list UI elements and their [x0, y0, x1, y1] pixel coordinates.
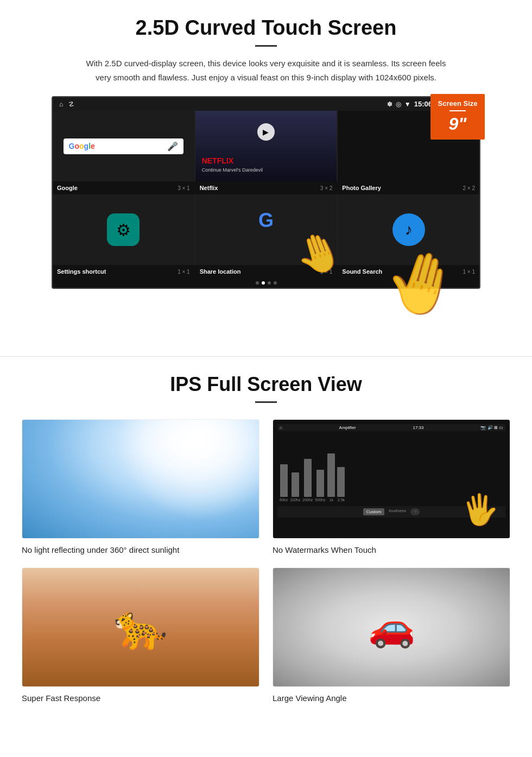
cheetah-visual: 🐆 — [22, 568, 259, 686]
dot-3 — [268, 281, 271, 285]
google-app-cell[interactable]: Google 🎤 — [53, 111, 194, 181]
google-label-name: Google — [57, 185, 78, 191]
gallery-label: Photo Gallery 2 × 2 — [338, 181, 479, 194]
gallery-label-size: 2 × 2 — [463, 185, 475, 191]
netflix-cell-inner: ▶ NETFLIX Continue Marvel's Daredevil — [195, 111, 337, 181]
eq-bar-group-1: 60hz — [280, 464, 288, 502]
home-icon: ⌂ — [59, 100, 63, 108]
sound-label-size: 1 × 1 — [463, 269, 475, 275]
eq-hand-icon: 🖐 — [460, 490, 500, 529]
settings-label: Settings shortcut 1 × 1 — [53, 265, 194, 278]
usb-icon: ☡ — [68, 100, 74, 108]
netflix-app-cell[interactable]: ▶ NETFLIX Continue Marvel's Daredevil — [195, 111, 337, 181]
eq-loudness-label: loudness — [389, 508, 406, 515]
maps-icon: G — [251, 205, 281, 235]
eq-label-3: 200hz — [302, 498, 313, 502]
google-label-size: 3 × 1 — [178, 185, 190, 191]
eq-bar-1 — [280, 464, 288, 497]
cheetah-emoji: 🐆 — [113, 602, 168, 653]
status-bar-left: ⌂ ☡ — [59, 100, 74, 108]
sunlight-visual — [22, 420, 259, 538]
eq-icons: 📷 🔊 ⊠ ▭ — [480, 425, 503, 430]
eq-bar-group-5: 1k — [327, 453, 335, 502]
feature-image-cheetah: 🐆 — [22, 567, 259, 687]
netflix-logo: NETFLIX — [202, 156, 233, 165]
feature-sunlight: No light reflecting under 360° direct su… — [22, 419, 259, 554]
settings-gear-icon: ⚙ — [116, 220, 131, 239]
gallery-label-name: Photo Gallery — [342, 185, 381, 191]
eq-custom-btn: Custom — [363, 508, 385, 515]
feature-image-sunlight — [22, 419, 259, 539]
section1-title: 2.5D Curved Touch Screen — [33, 16, 499, 40]
netflix-label-name: Netflix — [200, 185, 218, 191]
netflix-label: Netflix 3 × 2 — [195, 181, 337, 194]
settings-label-name: Settings shortcut — [57, 268, 106, 275]
app-grid-top: Google 🎤 ▶ NETFLIX Continue Marvel — [53, 111, 479, 181]
app-label-row-1: Google 3 × 1 Netflix 3 × 2 Photo Gallery… — [53, 181, 479, 194]
section-divider — [0, 356, 532, 357]
maps-cell-inner: G 🤚 — [195, 194, 337, 265]
badge-divider — [449, 110, 466, 111]
feature-grid: No light reflecting under 360° direct su… — [22, 419, 510, 703]
wifi-icon: ▼ — [404, 100, 411, 108]
eq-label-4: 500hz — [315, 498, 325, 502]
bluetooth-icon: ✽ — [387, 100, 392, 108]
eq-title: Amplifier — [339, 425, 356, 430]
section2-title: IPS Full Screen View — [22, 373, 510, 396]
netflix-label-size: 3 × 2 — [320, 185, 333, 191]
section2-divider — [255, 401, 277, 403]
eq-bar-6 — [337, 467, 345, 497]
eq-bar-group-4: 500hz — [315, 470, 325, 502]
eq-bar-group-3: 200hz — [302, 459, 313, 502]
netflix-play-button[interactable]: ▶ — [257, 123, 275, 141]
eq-toggle: ○ — [410, 508, 420, 515]
eq-bar-5 — [327, 453, 335, 497]
netflix-subtitle: Continue Marvel's Daredevil — [202, 167, 263, 173]
settings-cell-inner: ⚙ — [53, 194, 194, 265]
feature-image-equalizer: ⌂ Amplifier 17:33 📷 🔊 ⊠ ▭ 60hz 100hz — [273, 419, 510, 539]
google-search-bar[interactable]: Google 🎤 — [64, 138, 184, 154]
eq-header: ⌂ Amplifier 17:33 📷 🔊 ⊠ ▭ — [277, 424, 505, 431]
google-logo: Google — [69, 142, 95, 150]
feature-equalizer: ⌂ Amplifier 17:33 📷 🔊 ⊠ ▭ 60hz 100hz — [273, 419, 510, 554]
eq-bar-group-6: 2.5k — [337, 467, 345, 502]
badge-title: Screen Size — [435, 99, 480, 108]
feature-caption-sunlight: No light reflecting under 360° direct su… — [22, 545, 259, 554]
eq-bar-group-2: 100hz — [290, 472, 300, 502]
title-divider — [255, 45, 277, 47]
eq-label-2: 100hz — [290, 498, 300, 502]
settings-app-cell[interactable]: ⚙ — [53, 194, 194, 265]
mic-icon: 🎤 — [167, 141, 178, 152]
eq-bar-2 — [292, 472, 299, 497]
sound-label-name: Sound Search — [342, 268, 382, 275]
eq-label-6: 2.5k — [338, 498, 345, 502]
eq-label-5: 1k — [330, 498, 333, 502]
location-icon: ◎ — [396, 100, 401, 108]
maps-g-letter: G — [258, 209, 274, 232]
google-label: Google 3 × 1 — [53, 181, 194, 194]
maps-label-name: Share location — [200, 268, 241, 275]
feature-cheetah: 🐆 Super Fast Response — [22, 567, 259, 703]
eq-home-icon: ⌂ — [280, 425, 282, 430]
dot-1 — [256, 281, 259, 285]
eq-label-1: 60hz — [280, 498, 288, 502]
eq-bar-3 — [304, 459, 312, 497]
settings-icon-bg: ⚙ — [107, 213, 140, 246]
feature-caption-equalizer: No Watermarks When Touch — [273, 545, 510, 554]
eq-time: 17:33 — [413, 425, 424, 430]
eq-bar-4 — [316, 470, 324, 497]
section-curved-touch: 2.5D Curved Touch Screen With 2.5D curve… — [0, 0, 532, 335]
feature-caption-car: Large Viewing Angle — [273, 693, 510, 703]
car-emoji: 🚗 — [368, 605, 415, 649]
dot-2 — [262, 281, 265, 285]
google-cell-inner: Google 🎤 — [53, 111, 194, 181]
equalizer-visual: ⌂ Amplifier 17:33 📷 🔊 ⊠ ▭ 60hz 100hz — [273, 420, 510, 538]
maps-app-cell[interactable]: G 🤚 — [195, 194, 337, 265]
settings-label-size: 1 × 1 — [178, 269, 190, 275]
dot-4 — [274, 281, 277, 285]
feature-image-car: 🚗 — [273, 567, 510, 687]
feature-car: 🚗 Large Viewing Angle — [273, 567, 510, 703]
section1-description: With 2.5D curved-display screen, this de… — [81, 56, 451, 84]
section-ips: IPS Full Screen View No light reflecting… — [0, 368, 532, 719]
badge-size: 9" — [449, 114, 467, 134]
